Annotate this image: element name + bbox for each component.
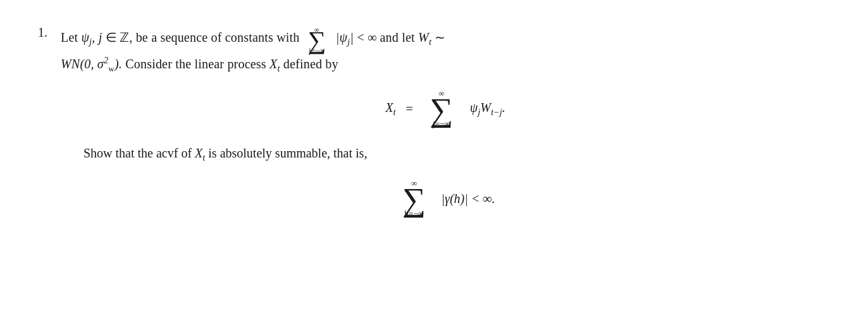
line1-Wt: Wt xyxy=(418,30,431,44)
line1-abs: |ψj| xyxy=(336,30,354,44)
abs-expr: ∞ ∑ h=−∞ |γ(h)| < ∞. xyxy=(396,180,495,218)
sum1-bottom: j=−∞ xyxy=(309,45,325,57)
line1-tilde: ∼ xyxy=(435,30,445,44)
show-line: Show that the acvf of Xt is absolutely s… xyxy=(61,143,830,166)
line2-Xt: Xt xyxy=(270,57,280,71)
show-Xt: Xt xyxy=(195,146,205,160)
line2: WN(0, σ2w). Consider the linear process … xyxy=(61,53,830,76)
line1-sum: ∞ ∑ j=−∞ xyxy=(303,25,331,54)
eq1-sigma-wrapper: ∞ ∑ j=−∞ xyxy=(426,90,457,128)
problem-text-block: Let ψj, j ∈ ℤ, be a sequence of constant… xyxy=(61,24,830,224)
eq1-lhs: Xt xyxy=(385,101,395,118)
sum-expr1: Xt = ∞ ∑ j=−∞ ψjWt−j. xyxy=(385,90,505,128)
line1: Let ψj, j ∈ ℤ, be a sequence of constant… xyxy=(61,24,830,53)
eq1-equals: = xyxy=(406,102,413,116)
line1-let-W: let xyxy=(402,30,418,44)
eq2-sigma-wrapper: ∞ ∑ h=−∞ xyxy=(399,180,430,218)
line1-and: and xyxy=(380,30,399,44)
line1-lt-inf: < ∞ xyxy=(357,30,380,44)
problem-header: 1. Let ψj, j ∈ ℤ, be a sequence of const… xyxy=(38,24,830,224)
line2-WN: WN(0, σ2w). xyxy=(61,57,122,71)
display-eq2: ∞ ∑ h=−∞ |γ(h)| < ∞. xyxy=(61,180,830,218)
eq2-sigma-bottom: h=−∞ xyxy=(404,209,423,219)
display-eq1: Xt = ∞ ∑ j=−∞ ψjWt−j. xyxy=(61,90,830,128)
line2-defined: defined by xyxy=(283,57,338,71)
line1-psi: ψj, j xyxy=(81,30,102,44)
eq2-abs: |γ(h)| < ∞. xyxy=(442,192,495,206)
page: 1. Let ψj, j ∈ ℤ, be a sequence of const… xyxy=(0,0,868,320)
line2-consider: Consider the linear process xyxy=(125,57,270,71)
eq1-rhs: ψjWt−j. xyxy=(470,101,505,118)
eq1-sigma-bottom: j=−∞ xyxy=(433,119,450,129)
problem-number: 1. xyxy=(38,24,61,40)
line1-set: ∈ ℤ, be a sequence of constants with xyxy=(106,30,303,44)
show-text2: is absolutely summable, that is, xyxy=(208,146,367,160)
show-text1: Show that the acvf of xyxy=(84,146,195,160)
line1-text1: Let xyxy=(61,30,81,44)
problem-block: 1. Let ψj, j ∈ ℤ, be a sequence of const… xyxy=(38,24,830,224)
